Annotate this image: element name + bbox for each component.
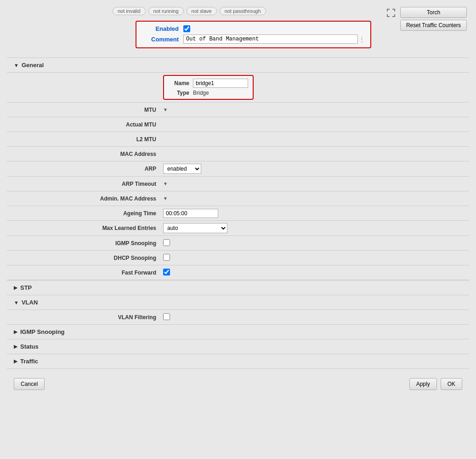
- name-type-box-container: Name Type Bridge: [163, 75, 469, 100]
- name-label: Name: [169, 80, 189, 86]
- arp-select[interactable]: enabled disabled proxy-arp reply-only: [163, 164, 201, 174]
- arp-timeout-value: ▼: [163, 181, 469, 186]
- max-learned-entries-select[interactable]: auto 16 32 64 128 256 512 1024: [163, 223, 227, 233]
- mtu-value: ▼: [163, 107, 469, 112]
- stp-title: STP: [20, 284, 32, 291]
- vlan-filtering-value: [163, 313, 469, 321]
- status-section-header[interactable]: ▶ Status: [7, 339, 469, 354]
- comment-expand-icon[interactable]: ⋮: [359, 36, 365, 43]
- mtu-label: MTU: [7, 107, 163, 113]
- stp-arrow: ▶: [14, 285, 17, 291]
- admin-mac-field-row: Admin. MAC Address ▼: [7, 191, 469, 206]
- status-badge-not-invalid: not invalid: [113, 7, 146, 15]
- fast-forward-value: [163, 269, 469, 277]
- top-right-buttons: Torch Reset Traffic Counters: [400, 7, 467, 31]
- general-arrow: ▼: [14, 63, 19, 68]
- mtu-field-row: MTU ▼: [7, 103, 469, 117]
- igmp-snooping-section-title: IGMP Snooping: [20, 328, 65, 335]
- status-badge-not-passthrough: not passthrough: [220, 7, 266, 15]
- name-type-box: Name Type Bridge: [163, 75, 254, 100]
- bottom-buttons: Cancel Apply OK: [7, 373, 469, 395]
- arp-value: enabled disabled proxy-arp reply-only: [163, 164, 469, 174]
- cancel-button[interactable]: Cancel: [14, 378, 45, 390]
- admin-mac-value: ▼: [163, 196, 469, 201]
- fast-forward-field-row: Fast Forward: [7, 265, 469, 280]
- general-section-header[interactable]: ▼ General: [7, 57, 469, 73]
- vlan-title: VLAN: [22, 299, 38, 306]
- igmp-snooping-section-arrow: ▶: [14, 329, 17, 335]
- dhcp-snooping-label: DHCP Snooping: [7, 255, 163, 261]
- igmp-snooping-section-header[interactable]: ▶ IGMP Snooping: [7, 325, 469, 339]
- fullscreen-icon[interactable]: [386, 8, 396, 17]
- igmp-snooping-field-row: IGMP Snooping: [7, 236, 469, 251]
- enabled-label: Enabled: [142, 25, 179, 32]
- ageing-time-value: [163, 209, 469, 218]
- vlan-filtering-field-row: VLAN Filtering: [7, 310, 469, 325]
- arp-timeout-dropdown-arrow[interactable]: ▼: [163, 181, 168, 186]
- max-learned-entries-value: auto 16 32 64 128 256 512 1024: [163, 223, 469, 233]
- apply-button[interactable]: Apply: [409, 378, 437, 390]
- ageing-time-field-row: Ageing Time: [7, 206, 469, 221]
- general-title: General: [22, 62, 44, 69]
- vlan-section-body: VLAN Filtering: [7, 310, 469, 325]
- name-input[interactable]: [193, 79, 248, 88]
- general-section-body: Name Type Bridge MTU ▼ Actual MTU: [7, 73, 469, 280]
- ageing-time-input[interactable]: [163, 209, 218, 218]
- dhcp-snooping-field-row: DHCP Snooping: [7, 251, 469, 265]
- arp-field-row: ARP enabled disabled proxy-arp reply-onl…: [7, 161, 469, 177]
- igmp-snooping-label: IGMP Snooping: [7, 240, 163, 247]
- actual-mtu-label: Actual MTU: [7, 121, 163, 128]
- traffic-title: Traffic: [20, 358, 38, 365]
- arp-label: ARP: [7, 166, 163, 172]
- name-type-field-row: Name Type Bridge: [7, 73, 469, 103]
- status-arrow: ▶: [14, 344, 17, 350]
- arp-timeout-field-row: ARP Timeout ▼: [7, 177, 469, 191]
- status-badge-not-running: not running: [148, 7, 184, 15]
- max-learned-entries-label: Max Learned Entries: [7, 225, 163, 231]
- arp-timeout-label: ARP Timeout: [7, 181, 163, 187]
- comment-label: Comment: [142, 36, 179, 43]
- traffic-arrow: ▶: [14, 358, 17, 364]
- mac-address-label: MAC Address: [7, 151, 163, 157]
- reset-traffic-counters-button[interactable]: Reset Traffic Counters: [400, 20, 467, 31]
- top-form-section: Enabled Comment ⋮: [136, 21, 371, 48]
- fast-forward-checkbox[interactable]: [163, 269, 170, 275]
- page-container: Torch Reset Traffic Counters not invalid…: [0, 0, 476, 459]
- enabled-checkbox[interactable]: [183, 25, 190, 32]
- vlan-arrow: ▼: [14, 300, 19, 305]
- traffic-section-header[interactable]: ▶ Traffic: [7, 354, 469, 369]
- type-label: Type: [169, 90, 189, 96]
- stp-section-header[interactable]: ▶ STP: [7, 280, 469, 295]
- vlan-filtering-checkbox[interactable]: [163, 313, 170, 320]
- type-value: Bridge: [193, 90, 209, 96]
- dhcp-snooping-checkbox[interactable]: [163, 254, 170, 261]
- vlan-section-header[interactable]: ▼ VLAN: [7, 295, 469, 310]
- ageing-time-label: Ageing Time: [7, 210, 163, 217]
- l2mtu-field-row: L2 MTU: [7, 132, 469, 147]
- igmp-snooping-value: [163, 239, 469, 247]
- status-title: Status: [20, 343, 39, 350]
- ok-button[interactable]: OK: [441, 378, 462, 390]
- vlan-filtering-label: VLAN Filtering: [7, 314, 163, 321]
- fast-forward-label: Fast Forward: [7, 270, 163, 276]
- torch-button[interactable]: Torch: [400, 7, 467, 18]
- actual-mtu-field-row: Actual MTU: [7, 117, 469, 132]
- igmp-snooping-checkbox[interactable]: [163, 239, 170, 246]
- mac-address-field-row: MAC Address: [7, 147, 469, 161]
- mtu-dropdown-arrow[interactable]: ▼: [163, 107, 168, 112]
- comment-input[interactable]: [183, 34, 358, 44]
- dhcp-snooping-value: [163, 254, 469, 262]
- l2mtu-label: L2 MTU: [7, 136, 163, 143]
- status-badge-not-slave: not slave: [187, 7, 217, 15]
- admin-mac-dropdown-arrow[interactable]: ▼: [163, 196, 168, 201]
- admin-mac-label: Admin. MAC Address: [7, 195, 163, 202]
- max-learned-entries-field-row: Max Learned Entries auto 16 32 64 128 25…: [7, 221, 469, 236]
